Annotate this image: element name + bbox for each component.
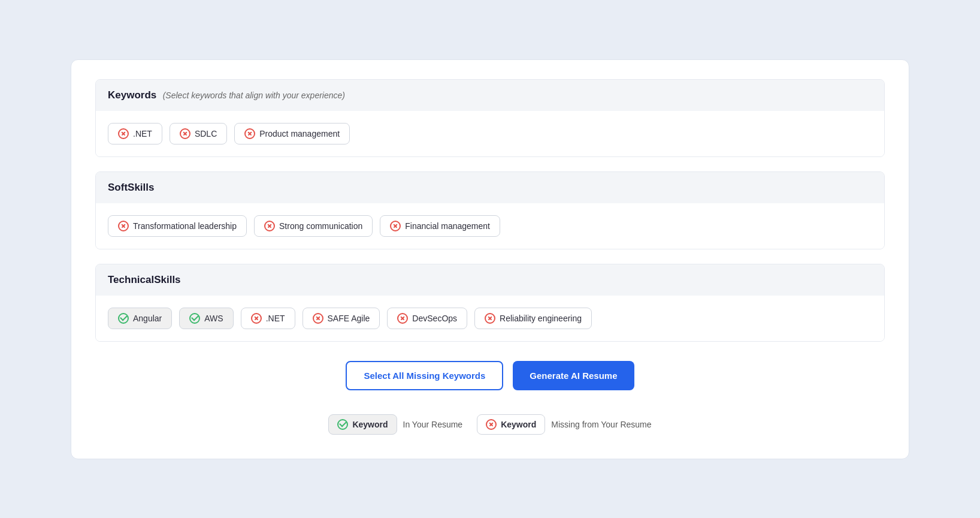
missing-icon [485, 313, 495, 324]
chip-net[interactable]: .NET [108, 123, 162, 144]
chip-label: SDLC [195, 129, 217, 138]
technicalskills-header: TechnicalSkills [96, 264, 884, 296]
chip-label: Transformational leadership [133, 221, 237, 231]
chip-angular[interactable]: Angular [108, 308, 172, 329]
chip-sdlc[interactable]: SDLC [170, 123, 227, 144]
legend-missing-label: Keyword [501, 420, 536, 429]
softskills-title: SoftSkills [108, 182, 154, 193]
softskills-header: SoftSkills [96, 172, 884, 203]
legend-missing-chip: Keyword [477, 414, 545, 435]
present-icon [337, 419, 348, 430]
technicalskills-chips: Angular AWS .NET SAFE Agile DevSecOps Re… [96, 296, 884, 341]
missing-icon [397, 313, 408, 324]
legend-present: Keyword In Your Resume [328, 414, 462, 435]
keywords-section: Keywords (Select keywords that align wit… [95, 79, 885, 157]
legend-present-label: Keyword [352, 420, 388, 429]
keywords-chips: .NET SDLC Product management [96, 111, 884, 156]
chip-devsecops[interactable]: DevSecOps [387, 308, 467, 329]
keywords-header: Keywords (Select keywords that align wit… [96, 80, 884, 111]
softskills-section: SoftSkills Transformational leadership S… [95, 171, 885, 249]
generate-ai-resume-button[interactable]: Generate AI Resume [513, 361, 634, 390]
main-card: Keywords (Select keywords that align wit… [71, 59, 909, 459]
technicalskills-section: TechnicalSkills Angular AWS .NET SAFE Ag… [95, 264, 885, 342]
legend-missing-text: Missing from Your Resume [551, 420, 651, 429]
missing-icon [264, 221, 275, 231]
keywords-title: Keywords [108, 89, 156, 101]
missing-icon [251, 313, 262, 324]
missing-icon [390, 221, 401, 231]
action-buttons: Select All Missing Keywords Generate AI … [95, 361, 885, 390]
chip-label: DevSecOps [412, 314, 457, 323]
chip-reliability-engineering[interactable]: Reliability engineering [474, 308, 592, 329]
legend: Keyword In Your Resume Keyword Missing f… [95, 414, 885, 435]
chip-strong-communication[interactable]: Strong communication [254, 215, 373, 237]
chip-label: .NET [266, 314, 285, 323]
chip-net-tech[interactable]: .NET [241, 308, 295, 329]
chip-label: Angular [133, 314, 162, 323]
chip-label: Reliability engineering [500, 314, 582, 323]
chip-label: AWS [204, 314, 223, 323]
missing-icon [244, 128, 255, 139]
chip-product-management[interactable]: Product management [234, 123, 350, 144]
missing-icon [486, 419, 497, 430]
chip-financial-management[interactable]: Financial management [380, 215, 500, 237]
present-icon [189, 313, 200, 324]
present-icon [118, 313, 129, 324]
chip-transformational[interactable]: Transformational leadership [108, 215, 247, 237]
legend-missing: Keyword Missing from Your Resume [477, 414, 651, 435]
missing-icon [118, 221, 129, 231]
legend-present-chip: Keyword [328, 414, 397, 435]
chip-safe-agile[interactable]: SAFE Agile [303, 308, 380, 329]
chip-label: SAFE Agile [328, 314, 370, 323]
legend-present-text: In Your Resume [403, 420, 463, 429]
chip-label: Product management [259, 129, 340, 138]
chip-aws[interactable]: AWS [179, 308, 233, 329]
chip-label: Strong communication [279, 221, 362, 231]
chip-label: Financial management [405, 221, 490, 231]
chip-label: .NET [133, 129, 152, 138]
technicalskills-title: TechnicalSkills [108, 274, 181, 285]
keywords-subtitle: (Select keywords that align with your ex… [163, 91, 345, 100]
missing-icon [180, 128, 190, 139]
select-all-missing-button[interactable]: Select All Missing Keywords [346, 361, 503, 390]
missing-icon [118, 128, 129, 139]
softskills-chips: Transformational leadership Strong commu… [96, 203, 884, 249]
missing-icon [313, 313, 323, 324]
